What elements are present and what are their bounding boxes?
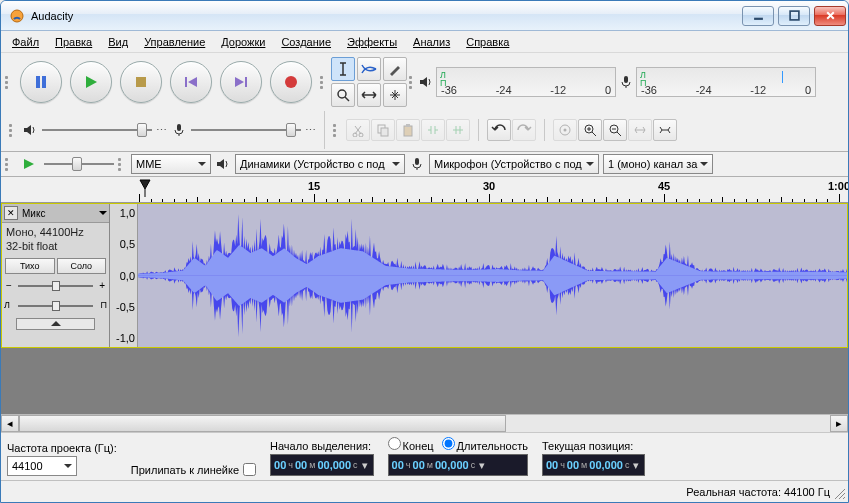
pause-button[interactable]: [20, 61, 62, 103]
menubar: Файл Правка Вид Управление Дорожки Созда…: [1, 31, 848, 53]
output-device-icon: [215, 156, 231, 172]
waveform-display[interactable]: [138, 204, 847, 347]
menu-analyze[interactable]: Анализ: [406, 34, 457, 50]
maximize-button[interactable]: [778, 6, 810, 26]
fit-selection-button[interactable]: [628, 119, 652, 141]
selection-start-timecode[interactable]: 00ч 00м 00,000с ▾: [270, 454, 374, 476]
selection-toolbar: Частота проекта (Гц): 44100 Прилипать к …: [1, 432, 848, 480]
minimize-button[interactable]: [742, 6, 774, 26]
input-device-dropdown[interactable]: Микрофон (Устройство с под: [429, 154, 599, 174]
track-name[interactable]: Микс: [20, 208, 97, 219]
track-menu-button[interactable]: [99, 211, 107, 219]
zoom-out-button[interactable]: [603, 119, 627, 141]
audio-position-label: Текущая позиция:: [542, 440, 646, 452]
svg-rect-1: [754, 18, 763, 20]
grip-mixer[interactable]: [9, 111, 15, 149]
svg-marker-8: [188, 77, 197, 87]
statusbar: Реальная частота: 44100 Гц: [1, 480, 848, 502]
svg-rect-2: [790, 11, 799, 20]
svg-rect-22: [404, 126, 412, 136]
selection-length-timecode[interactable]: 00ч 00м 00,000с ▾: [388, 454, 528, 476]
svg-rect-21: [381, 128, 388, 136]
output-volume-icon: [22, 122, 38, 138]
grip-transcription[interactable]: [5, 154, 11, 174]
svg-rect-10: [245, 77, 247, 87]
hscroll-left[interactable]: ◂: [1, 415, 19, 432]
cut-button[interactable]: [346, 119, 370, 141]
resize-grip[interactable]: [833, 487, 847, 501]
trim-button[interactable]: [421, 119, 445, 141]
copy-button[interactable]: [371, 119, 395, 141]
track-close-button[interactable]: ✕: [4, 206, 18, 220]
input-volume-icon: [171, 122, 187, 138]
mic-icon: [618, 74, 634, 90]
grip-meters[interactable]: [409, 55, 415, 109]
skip-end-button[interactable]: [220, 61, 262, 103]
input-channels-dropdown[interactable]: 1 (моно) канал за: [603, 154, 713, 174]
menu-effect[interactable]: Эффекты: [340, 34, 404, 50]
track-pan-slider[interactable]: Л П: [8, 298, 103, 314]
menu-generate[interactable]: Создание: [274, 34, 338, 50]
record-meter[interactable]: Л П -36 -24 -12 0: [636, 67, 816, 97]
stop-button[interactable]: [120, 61, 162, 103]
app-icon: [9, 8, 25, 24]
grip-edit[interactable]: [333, 111, 339, 149]
draw-tool[interactable]: [383, 57, 407, 81]
hscroll-thumb[interactable]: [19, 415, 506, 432]
output-device-dropdown[interactable]: Динамики (Устройство с под: [235, 154, 405, 174]
menu-edit[interactable]: Правка: [48, 34, 99, 50]
play-button[interactable]: [70, 61, 112, 103]
record-button[interactable]: [270, 61, 312, 103]
svg-marker-9: [235, 77, 244, 87]
timeshift-tool[interactable]: [357, 83, 381, 107]
input-volume-slider[interactable]: [191, 120, 301, 140]
window-title: Audacity: [31, 10, 738, 22]
snap-checkbox[interactable]: [243, 463, 256, 476]
output-volume-slider[interactable]: [42, 120, 152, 140]
vertical-scale[interactable]: 1,0 0,5 0,0 -0,5 -1,0: [110, 204, 138, 347]
grip-device[interactable]: [118, 154, 124, 174]
play-at-speed-button[interactable]: [18, 155, 40, 173]
silence-button[interactable]: [446, 119, 470, 141]
paste-button[interactable]: [396, 119, 420, 141]
timeline-ruler[interactable]: 1530451:00: [1, 177, 848, 203]
horizontal-scrollbar[interactable]: ◂ ▸: [1, 414, 848, 432]
menu-help[interactable]: Справка: [459, 34, 516, 50]
hscroll-right[interactable]: ▸: [830, 415, 848, 432]
zoom-tool[interactable]: [331, 83, 355, 107]
svg-marker-35: [51, 321, 61, 326]
track-gain-slider[interactable]: − +: [8, 278, 103, 294]
meter-peak-indicator: [782, 71, 783, 83]
solo-button[interactable]: Соло: [57, 258, 107, 274]
audio-position-timecode[interactable]: 00ч 00м 00,000с ▾: [542, 454, 646, 476]
svg-marker-31: [217, 159, 224, 169]
skip-start-button[interactable]: [170, 61, 212, 103]
mute-button[interactable]: Тихо: [5, 258, 55, 274]
menu-transport[interactable]: Управление: [137, 34, 212, 50]
menu-view[interactable]: Вид: [101, 34, 135, 50]
grip-tools[interactable]: [320, 55, 326, 109]
track-collapse-button[interactable]: [16, 318, 95, 330]
selection-end-radio[interactable]: Конец: [388, 437, 434, 452]
fit-project-button[interactable]: [653, 119, 677, 141]
selection-tool[interactable]: [331, 57, 355, 81]
envelope-tool[interactable]: [357, 57, 381, 81]
svg-point-11: [285, 76, 297, 88]
audio-host-dropdown[interactable]: MME: [131, 154, 211, 174]
undo-button[interactable]: [487, 119, 511, 141]
sync-lock-button[interactable]: [553, 119, 577, 141]
svg-rect-17: [177, 124, 181, 131]
zoom-in-button[interactable]: [578, 119, 602, 141]
grip-transport[interactable]: [5, 55, 11, 109]
svg-rect-3: [36, 76, 40, 88]
selection-length-radio[interactable]: Длительность: [442, 437, 528, 452]
playback-speed-slider[interactable]: [44, 154, 114, 174]
playback-meter[interactable]: Л П -36 -24 -12 0: [436, 67, 616, 97]
close-button[interactable]: [814, 6, 846, 26]
project-rate-dropdown[interactable]: 44100: [7, 456, 77, 476]
redo-button[interactable]: [512, 119, 536, 141]
menu-file[interactable]: Файл: [5, 34, 46, 50]
tracks-empty-area[interactable]: [1, 348, 848, 414]
menu-tracks[interactable]: Дорожки: [214, 34, 272, 50]
multi-tool[interactable]: [383, 83, 407, 107]
